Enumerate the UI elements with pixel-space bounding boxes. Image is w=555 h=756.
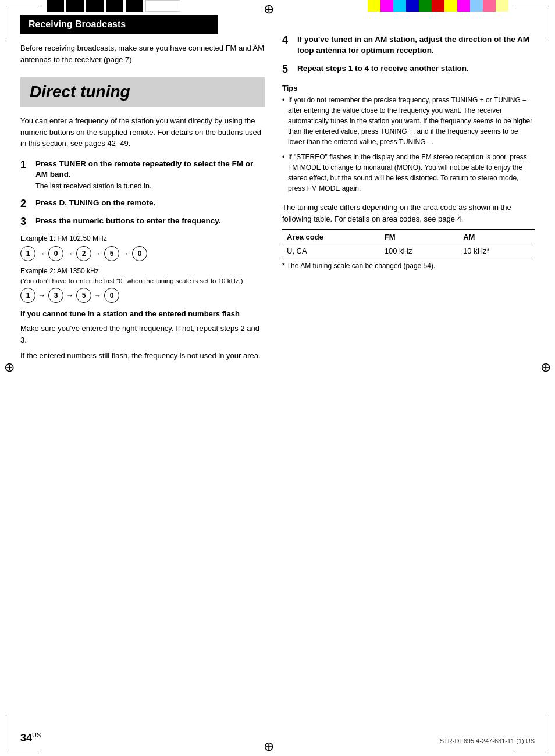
right-step-4: 4 If you've tuned in an AM station, adju… [282, 34, 535, 56]
right-step-5: 5 Repeat steps 1 to 4 to receive another… [282, 63, 535, 76]
step-2-number: 2 [20, 198, 32, 211]
model-number: STR-DE695 4-247-631-11 (1) US [440, 737, 535, 744]
step-1-number: 1 [20, 159, 32, 172]
two-columns: Before receiving broadcasts, make sure y… [20, 34, 535, 736]
header-section: Receiving Broadcasts [20, 15, 535, 34]
step-2-content: Press D. TUNING on the remote. [35, 198, 265, 209]
tip-2: If "STEREO" flashes in the display and t… [282, 152, 535, 194]
direct-tuning-title: Direct tuning [30, 83, 255, 101]
direct-tuning-header: Direct tuning [20, 77, 265, 107]
table-cell-area: U, CA [282, 244, 380, 258]
step-3-content: Press the numeric buttons to enter the f… [35, 216, 265, 227]
step-1-content: Press TUNER on the remote repeatedly to … [35, 159, 265, 192]
right-step-5-content: Repeat steps 1 to 4 to receive another s… [297, 63, 535, 74]
table-cell-fm: 100 kHz [380, 244, 458, 258]
btn2-0: 0 [104, 288, 119, 303]
btn-0a: 0 [48, 246, 63, 261]
right-step-5-number: 5 [282, 63, 294, 76]
cannot-tune-title: If you cannot tune in a station and the … [20, 309, 265, 319]
btn2-3: 3 [48, 288, 63, 303]
page-number: 34US [20, 732, 41, 744]
btn-5: 5 [104, 246, 119, 261]
tuning-note: * The AM tuning scale can be changed (pa… [282, 262, 535, 270]
page-footer: 34US STR-DE695 4-247-631-11 (1) US [20, 732, 535, 744]
btn-1: 1 [20, 246, 35, 261]
table-row: U, CA 100 kHz 10 kHz* [282, 244, 535, 258]
main-content: Receiving Broadcasts Before receiving br… [20, 15, 535, 736]
step-3-number: 3 [20, 216, 32, 229]
section-intro: You can enter a frequency of the station… [20, 115, 265, 149]
example2-label: Example 2: AM 1350 kHz [20, 267, 265, 275]
arrow2-3: → [94, 291, 101, 299]
step-3-title: Press the numeric buttons to enter the f… [35, 216, 265, 227]
example2-note: (You don’t have to enter the last “0” wh… [20, 277, 265, 284]
example2-sequence: 1 → 3 → 5 → 0 [20, 288, 265, 303]
example1-sequence: 1 → 0 → 2 → 5 → 0 [20, 246, 265, 261]
left-column: Before receiving broadcasts, make sure y… [20, 34, 265, 736]
right-step-4-title: If you've tuned in an AM station, adjust… [297, 34, 535, 56]
right-step-5-title: Repeat steps 1 to 4 to receive another s… [297, 63, 535, 74]
top-bars-right [368, 0, 508, 12]
arrow-4: → [122, 249, 129, 258]
crosshair-left [2, 361, 16, 375]
example1-label: Example 1: FM 102.50 MHz [20, 234, 265, 243]
right-step-4-number: 4 [282, 34, 294, 47]
cannot-tune-p1: Make sure you’ve entered the right frequ… [20, 323, 265, 345]
btn-0b: 0 [132, 246, 147, 261]
page-title: Receiving Broadcasts [29, 19, 126, 29]
arrow2-1: → [38, 291, 45, 299]
btn-2: 2 [76, 246, 91, 261]
step-1: 1 Press TUNER on the remote repeatedly t… [20, 159, 265, 192]
right-column: 4 If you've tuned in an AM station, adju… [282, 34, 535, 736]
table-cell-am: 10 kHz* [458, 244, 535, 258]
intro-text: Before receiving broadcasts, make sure y… [20, 42, 265, 65]
step-2-title: Press D. TUNING on the remote. [35, 198, 265, 209]
btn2-1: 1 [20, 288, 35, 303]
top-bars-left [47, 0, 180, 12]
tips-title: Tips [282, 84, 535, 92]
tuning-table: Area code FM AM U, CA 100 kHz 10 kHz* [282, 229, 535, 258]
cannot-tune-text1: Make sure you’ve entered the right frequ… [20, 323, 265, 362]
arrow2-2: → [66, 291, 73, 299]
tuning-intro: The tuning scale differs depending on th… [282, 202, 535, 224]
step-2: 2 Press D. TUNING on the remote. [20, 198, 265, 211]
step-1-title: Press TUNER on the remote repeatedly to … [35, 159, 265, 181]
arrow-3: → [94, 249, 101, 258]
step-3: 3 Press the numeric buttons to enter the… [20, 216, 265, 229]
crosshair-right [539, 361, 553, 375]
step-1-sub: The last received station is tuned in. [35, 181, 265, 192]
table-header-area: Area code [282, 230, 380, 244]
arrow-1: → [38, 249, 45, 258]
tip-1: If you do not remember the precise frequ… [282, 95, 535, 147]
receiving-broadcasts-box: Receiving Broadcasts [20, 15, 218, 34]
table-header-am: AM [458, 230, 535, 244]
cannot-tune-p2: If the entered numbers still flash, the … [20, 350, 265, 362]
arrow-2: → [66, 249, 73, 258]
right-step-4-content: If you've tuned in an AM station, adjust… [297, 34, 535, 56]
tips-section: Tips If you do not remember the precise … [282, 84, 535, 194]
btn2-5: 5 [76, 288, 91, 303]
table-header-fm: FM [380, 230, 458, 244]
